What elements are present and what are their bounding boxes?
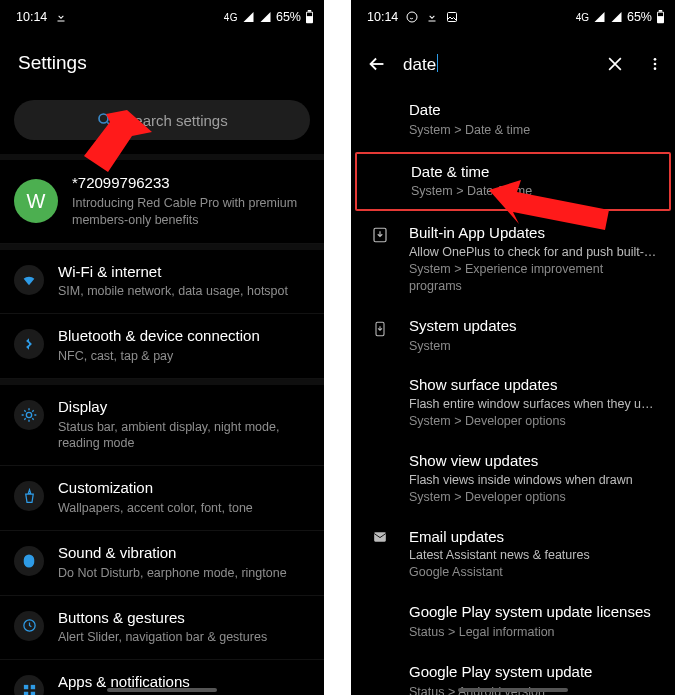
search-result[interactable]: Google Play system update licensesStatus… [351, 592, 675, 652]
item-icon [14, 400, 44, 430]
battery-icon [305, 10, 314, 24]
item-icon [14, 481, 44, 511]
search-icon [96, 111, 114, 129]
svg-point-12 [407, 12, 417, 22]
svg-rect-8 [23, 691, 27, 695]
svg-point-4 [26, 412, 31, 417]
search-result[interactable]: Email updatesLatest Assistant news & fea… [351, 517, 675, 593]
search-result[interactable]: DateSystem > Date & time [351, 90, 675, 150]
search-result[interactable]: System updatesSystem [351, 306, 675, 366]
svg-rect-2 [307, 13, 312, 17]
phone-settings: 10:14 4G 65% Settings Search settings W … [0, 0, 324, 695]
account-phone: *72099796233 [72, 174, 310, 193]
clear-button[interactable] [595, 44, 635, 84]
search-settings[interactable]: Search settings [14, 100, 310, 140]
svg-rect-22 [374, 532, 386, 541]
network-type: 4G [576, 12, 589, 23]
page-title: Settings [0, 30, 324, 92]
svg-rect-1 [308, 10, 312, 12]
battery-pct: 65% [276, 10, 301, 24]
item-icon [14, 329, 44, 359]
settings-item[interactable]: Wi-Fi & internet SIM, mobile network, da… [0, 250, 324, 315]
home-indicator[interactable] [458, 688, 568, 692]
item-icon [14, 611, 44, 641]
search-result[interactable]: Show view updatesFlash views inside wind… [351, 441, 675, 517]
download-icon [369, 226, 391, 244]
svg-rect-9 [30, 691, 34, 695]
status-time: 10:14 [367, 10, 398, 24]
item-icon [14, 265, 44, 295]
search-result[interactable]: Date & timeSystem > Date & time [355, 152, 671, 212]
svg-point-19 [654, 67, 657, 70]
item-icon [14, 546, 44, 576]
download-icon [55, 11, 67, 23]
item-icon [14, 675, 44, 695]
search-result[interactable]: Built-in App UpdatesAllow OnePlus to che… [351, 213, 675, 306]
signal-icon [242, 11, 255, 23]
status-bar: 10:14 4G 65% [351, 0, 675, 30]
back-button[interactable] [357, 44, 397, 84]
overflow-button[interactable] [641, 44, 669, 84]
settings-item[interactable]: Display Status bar, ambient display, nig… [0, 385, 324, 467]
search-placeholder: Search settings [124, 112, 227, 129]
settings-item[interactable]: Sound & vibration Do Not Disturb, earpho… [0, 531, 324, 596]
battery-icon [656, 10, 665, 24]
settings-item[interactable]: Buttons & gestures Alert Slider, navigat… [0, 596, 324, 661]
mail-icon [369, 530, 391, 544]
image-icon [446, 11, 458, 23]
account-row[interactable]: W *72099796233 Introducing Red Cable Pro… [0, 160, 324, 244]
signal-icon [259, 11, 272, 23]
whatsapp-icon [406, 11, 418, 23]
settings-item[interactable]: Bluetooth & device connection NFC, cast,… [0, 314, 324, 379]
status-time: 10:14 [16, 10, 47, 24]
settings-item[interactable]: Customization Wallpapers, accent color, … [0, 466, 324, 531]
battery-pct: 65% [627, 10, 652, 24]
download-icon [426, 11, 438, 23]
account-sub1: Introducing Red Cable Pro with premium [72, 195, 310, 212]
svg-point-18 [654, 63, 657, 66]
search-result[interactable]: Show surface updatesFlash entire window … [351, 365, 675, 441]
svg-rect-13 [448, 13, 457, 22]
svg-rect-15 [659, 10, 663, 12]
avatar: W [14, 179, 58, 223]
network-type: 4G [224, 12, 238, 23]
signal-icon [593, 11, 606, 23]
phone-search: 10:14 4G 65% date [351, 0, 675, 695]
status-bar: 10:14 4G 65% [0, 0, 324, 30]
signal-icon [610, 11, 623, 23]
system-icon [369, 319, 391, 339]
search-input[interactable]: date [403, 54, 589, 75]
svg-rect-7 [30, 685, 34, 689]
account-sub2: members-only benefits [72, 212, 310, 229]
svg-point-3 [99, 114, 108, 123]
svg-rect-6 [23, 685, 27, 689]
svg-point-17 [654, 58, 657, 61]
svg-rect-16 [658, 13, 663, 17]
home-indicator[interactable] [107, 688, 217, 692]
